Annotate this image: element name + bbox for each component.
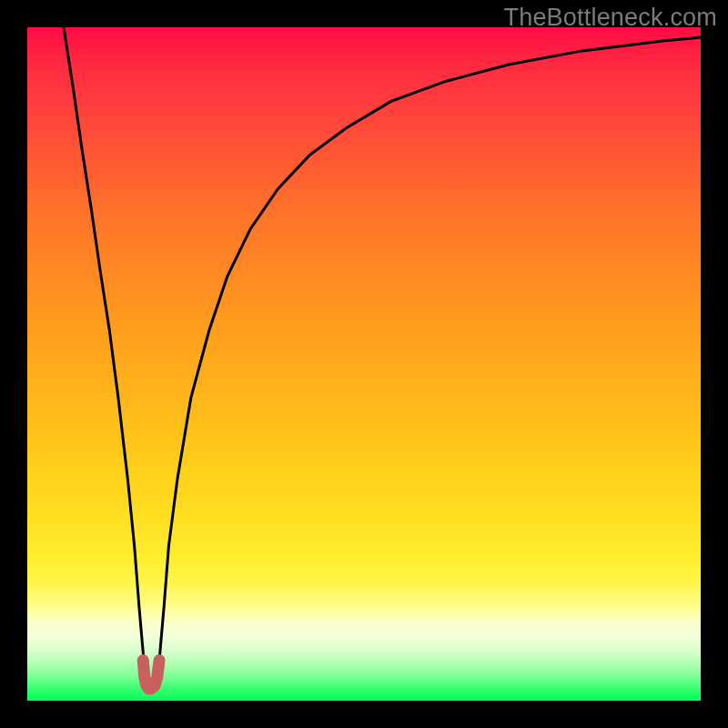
watermark-text: TheBottleneck.com <box>503 4 717 32</box>
left-branch-curve <box>64 27 144 661</box>
bottom-connector-curve <box>143 661 159 689</box>
plot-area <box>27 27 701 701</box>
chart-frame: TheBottleneck.com <box>0 0 728 728</box>
right-branch-curve <box>159 37 701 661</box>
